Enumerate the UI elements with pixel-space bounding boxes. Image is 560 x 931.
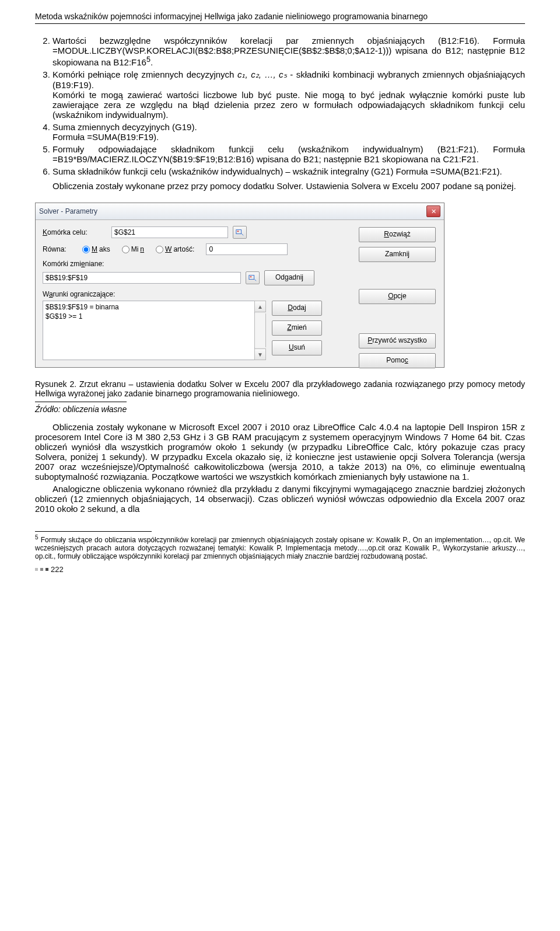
- constraints-listbox[interactable]: $B$19:$F$19 = binarna $G$19 >= 1: [43, 301, 255, 360]
- list-text: Wartości bezwzględne współczynników kore…: [52, 36, 525, 67]
- max-radio[interactable]: Maks: [82, 245, 110, 253]
- solve-button[interactable]: RRozwiążozwiąż: [359, 227, 436, 242]
- solver-dialog-figure: Solver - Parametry ✕ RRozwiążozwiąż Zamk…: [35, 203, 525, 368]
- figure-caption: Rysunek 2. Zrzut ekranu – ustawienia dod…: [35, 379, 525, 398]
- footnote-separator: [35, 531, 152, 532]
- changing-cells-input[interactable]: [43, 272, 241, 284]
- list-item-4: Suma zmiennych decyzyjnych (G19). Formuł…: [52, 122, 525, 142]
- numbered-list: Wartości bezwzględne współczynników kore…: [35, 36, 525, 176]
- constraint-item[interactable]: $B$19:$F$19 = binarna: [46, 302, 252, 312]
- reset-button[interactable]: Przywróć wszystko: [359, 333, 436, 348]
- value-input[interactable]: [206, 243, 288, 255]
- change-button[interactable]: Zmień: [272, 320, 322, 336]
- dialog-title: Solver - Parametry: [39, 207, 97, 215]
- footnote-ref: 5: [146, 55, 150, 64]
- range-picker-icon[interactable]: [233, 226, 247, 239]
- add-button[interactable]: Dodaj: [272, 301, 322, 316]
- body-paragraph: Analogiczne obliczenia wykonano również …: [35, 484, 525, 514]
- close-button[interactable]: Zamknij: [359, 247, 436, 262]
- list-text: Formuły odpowiadające składnikom funkcji…: [52, 144, 525, 164]
- svg-rect-1: [237, 231, 239, 232]
- list-subtext: Komórki te mogą zawierać wartości liczbo…: [52, 90, 525, 120]
- equal-label: Równa:: [43, 245, 78, 253]
- figure-source: Źródło: obliczenia własne: [35, 402, 127, 414]
- options-button[interactable]: Opcje: [359, 289, 436, 304]
- footnote: 5 Formuły służące do obliczania współczy…: [35, 534, 525, 560]
- body-paragraph: Obliczenia zostały wykonane przez przy p…: [35, 181, 525, 191]
- dialog-titlebar: Solver - Parametry ✕: [36, 203, 444, 220]
- dot-icon: [35, 568, 38, 571]
- math-vars: c₁, c₂, …, c₅: [237, 69, 287, 79]
- scroll-down-icon[interactable]: ▼: [254, 348, 266, 360]
- svg-rect-3: [250, 276, 252, 277]
- dot-icon: [46, 568, 48, 571]
- dot-icon: [40, 568, 43, 571]
- running-head: Metoda wskaźników pojemności informacyjn…: [35, 12, 525, 24]
- list-text: Suma składników funkcji celu (wskaźników…: [52, 166, 502, 176]
- page-number: 222: [35, 565, 525, 574]
- target-cell-label: Komórka celu:: [43, 228, 107, 236]
- guess-button[interactable]: Odgadnij: [264, 270, 314, 285]
- list-text: Komórki pełniące rolę zmiennych decyzyjn…: [52, 69, 237, 79]
- list-text: Suma zmiennych decyzyjnych (G19).: [52, 122, 197, 132]
- body-paragraph: Obliczenia zostały wykonane w Microsoft …: [35, 422, 525, 482]
- list-item-5: Formuły odpowiadające składnikom funkcji…: [52, 144, 525, 164]
- delete-button[interactable]: Usuń: [272, 340, 322, 355]
- list-item-6: Suma składników funkcji celu (wskaźników…: [52, 166, 525, 176]
- list-item-3: Komórki pełniące rolę zmiennych decyzyjn…: [52, 69, 525, 120]
- close-icon[interactable]: ✕: [426, 205, 440, 217]
- solver-dialog: Solver - Parametry ✕ RRozwiążozwiąż Zamk…: [35, 203, 444, 368]
- scroll-up-icon[interactable]: ▲: [254, 301, 266, 312]
- target-cell-input[interactable]: [111, 226, 228, 238]
- min-radio[interactable]: Min: [122, 245, 144, 253]
- constraint-item[interactable]: $G$19 >= 1: [46, 312, 252, 321]
- list-item-2: Wartości bezwzględne współczynników kore…: [52, 36, 525, 67]
- help-button[interactable]: Pomoc: [359, 353, 436, 368]
- value-radio[interactable]: Wartość:: [156, 245, 194, 253]
- range-picker-icon[interactable]: [246, 271, 260, 284]
